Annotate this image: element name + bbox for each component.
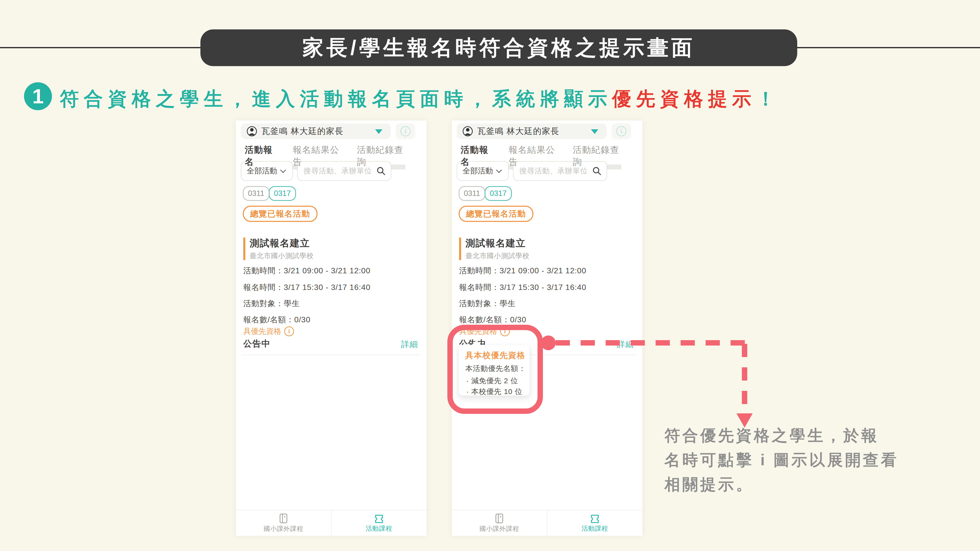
card-accent-bar (459, 238, 461, 260)
tab-activity-signup[interactable]: 活動報名 (245, 144, 277, 170)
nav-item-activity-courses[interactable]: 活動課程 (331, 510, 426, 536)
tab-activity-signup[interactable]: 活動報名 (461, 144, 493, 170)
detail-link[interactable]: 詳細 (401, 339, 418, 350)
user-selector[interactable]: 瓦釜鳴 林大廷的家長 (241, 124, 391, 139)
quota-row: 報名數/名額：0/30 (243, 314, 310, 325)
user-avatar-icon (246, 125, 258, 137)
tab-result-announcement[interactable]: 報名結果公告 (509, 144, 557, 170)
user-selector[interactable]: 瓦釜鳴 林大廷的家長 (457, 124, 607, 139)
step-heading-highlight: 優先資格提示 (612, 88, 756, 110)
quota-row: 報名數/名額：0/30 (459, 314, 526, 325)
date-pill-0317[interactable]: 0317 (485, 186, 512, 201)
info-icon: i (400, 126, 410, 137)
pill-label: 0317 (274, 189, 291, 198)
nav-label: 國小課外課程 (264, 524, 303, 533)
pill-label: 0311 (464, 189, 480, 198)
callout-arrowhead-icon (737, 413, 752, 427)
nav-item-elementary-courses[interactable]: 國小課外課程 (452, 510, 547, 536)
nav-label: 活動課程 (366, 524, 392, 533)
user-name: 瓦釜鳴 林大廷的家長 (261, 125, 344, 137)
target-row: 活動對象：學生 (243, 298, 300, 309)
tab-record-query[interactable]: 活動紀錄查詢 (573, 144, 621, 170)
nav-item-elementary-courses[interactable]: 國小課外課程 (236, 510, 331, 536)
signup-time-row: 報名時間：3/17 15:30 - 3/17 16:40 (459, 282, 586, 293)
page-title: 家長/學生報名時符合資格之提示畫面 (302, 33, 695, 62)
signup-time-row: 報名時間：3/17 15:30 - 3/17 16:40 (243, 282, 371, 293)
priority-eligibility-label: 具優先資格 i (243, 326, 294, 337)
pill-label: 0311 (248, 189, 264, 198)
activity-title: 測試報名建立 (466, 237, 526, 250)
date-pill-0311[interactable]: 0311 (459, 186, 485, 201)
card-accent-bar (243, 238, 245, 260)
step-heading-tail: ！ (756, 88, 780, 110)
book-icon (495, 513, 504, 524)
tab-label: 活動報名 (245, 144, 277, 168)
callout-line-start-dot (541, 335, 556, 350)
tab-bar: 活動報名 報名結果公告 活動紀錄查詢 (461, 144, 637, 170)
user-info-button[interactable]: i (396, 124, 415, 139)
activity-time-row: 活動時間：3/21 09:00 - 3/21 12:00 (243, 265, 371, 276)
nav-label: 活動課程 (582, 524, 608, 533)
date-pill-0317[interactable]: 0317 (269, 186, 296, 201)
ticket-icon (590, 513, 600, 523)
callout-dashed-line-vertical (742, 344, 747, 413)
registered-overview-button[interactable]: 總覽已報名活動 (243, 206, 318, 222)
activity-time-row: 活動時間：3/21 09:00 - 3/21 12:00 (459, 265, 586, 276)
card-divider (241, 355, 421, 355)
step-number: 1 (32, 84, 44, 108)
bottom-nav: 國小課外課程 活動課程 (236, 510, 426, 536)
activity-school: 臺北市國小測試學校 (466, 251, 530, 260)
phone-screenshot-1: 瓦釜鳴 林大廷的家長 i 活動報名 報名結果公告 活動紀錄查詢 全部活動 搜尋活… (236, 121, 426, 536)
user-info-button[interactable]: i (611, 124, 631, 139)
nav-item-activity-courses[interactable]: 活動課程 (547, 510, 643, 536)
step-number-badge: 1 (24, 82, 52, 110)
tab-label: 報名結果公告 (293, 144, 341, 168)
activity-title: 測試報名建立 (250, 237, 310, 250)
status-text: 公告中 (243, 338, 270, 349)
tab-label: 活動報名 (461, 144, 493, 168)
page-banner: 家長/學生報名時符合資格之提示畫面 (200, 29, 797, 66)
pill-label: 0317 (490, 189, 507, 198)
ticket-icon (374, 513, 384, 523)
tab-label: 活動紀錄查詢 (573, 144, 621, 168)
tab-label: 報名結果公告 (509, 144, 557, 168)
tab-label: 活動紀錄查詢 (357, 144, 406, 168)
button-label: 總覽已報名活動 (250, 208, 310, 219)
tab-bar: 活動報名 報名結果公告 活動紀錄查詢 (245, 144, 421, 170)
button-label: 總覽已報名活動 (466, 208, 526, 219)
chevron-down-icon (280, 167, 286, 173)
priority-text: 具優先資格 (243, 326, 281, 337)
bottom-nav: 國小課外課程 活動課程 (452, 510, 643, 536)
user-name: 瓦釜鳴 林大廷的家長 (477, 125, 559, 137)
registered-overview-button[interactable]: 總覽已報名活動 (459, 206, 533, 222)
tab-result-announcement[interactable]: 報名結果公告 (293, 144, 341, 170)
nav-label: 國小課外課程 (479, 524, 519, 533)
date-pill-0311[interactable]: 0311 (243, 186, 269, 201)
callout-dashed-line-horizontal (556, 340, 750, 346)
dropdown-triangle-icon[interactable] (375, 129, 382, 134)
info-icon: i (616, 126, 627, 137)
book-icon (279, 513, 288, 524)
chevron-down-icon (496, 167, 502, 173)
tab-record-query[interactable]: 活動紀錄查詢 (357, 144, 406, 170)
dropdown-triangle-icon[interactable] (591, 129, 598, 134)
user-avatar-icon (462, 125, 473, 137)
highlight-frame (447, 325, 543, 414)
step-heading-main: 符合資格之學生，進入活動報名頁面時，系統將顯示 (60, 88, 612, 110)
activity-school: 臺北市國小測試學校 (250, 251, 313, 260)
step-heading: 符合資格之學生，進入活動報名頁面時，系統將顯示優先資格提示！ (60, 86, 780, 112)
callout-annotation-text: 符合優先資格之學生，於報 名時可點擊 i 圖示以展開查看 相關提示。 (665, 423, 924, 497)
target-row: 活動對象：學生 (459, 298, 516, 309)
priority-info-icon[interactable]: i (284, 326, 294, 336)
